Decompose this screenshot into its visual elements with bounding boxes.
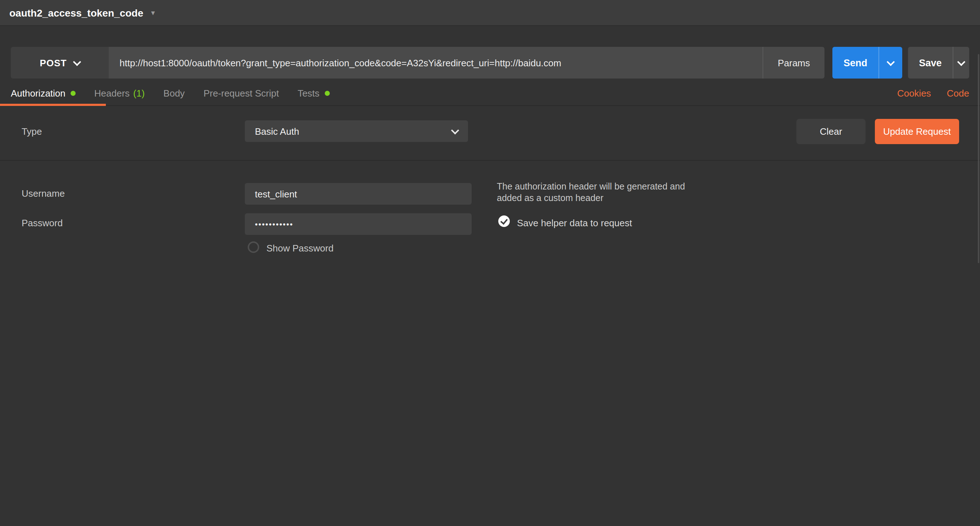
show-password-toggle[interactable] [248,241,259,253]
tab-label: Body [164,88,185,98]
save-button-group: Save [908,47,969,78]
params-button[interactable]: Params [762,47,824,78]
tab-authorization[interactable]: Authorization [0,81,85,105]
chevron-down-icon [451,126,460,134]
save-helper-label: Save helper data to request [517,218,632,228]
send-button[interactable]: Send [832,47,878,78]
auth-type-value: Basic Auth [255,126,299,137]
url-value: http://host1:8000/oauth/token?grant_type… [119,57,561,68]
tab-tests[interactable]: Tests [288,81,339,105]
password-input[interactable]: ••••••••••• [245,213,472,235]
note-line: added as a custom header [497,192,685,204]
auth-helper-note: The authorization header will be generat… [497,181,685,204]
save-button[interactable]: Save [908,47,953,78]
chevron-down-icon [73,57,81,66]
password-label: Password [22,218,63,228]
clear-button[interactable]: Clear [796,119,865,144]
tab-body[interactable]: Body [154,81,194,105]
username-value: test_client [255,188,297,199]
green-dot-icon [70,91,76,96]
tab-label: Pre-request Script [204,88,279,98]
tab-dropdown-caret-icon[interactable]: ▼ [150,9,156,16]
save-options-button[interactable] [953,47,969,78]
postman-window: oauth2_access_token_code ▼ POST http://h… [0,0,980,263]
method-label: POST [40,57,67,68]
tab-headers[interactable]: Headers (1) [85,81,154,105]
active-tab-underline [0,104,106,106]
scrollbar[interactable] [978,54,979,263]
tab-label: Headers [94,88,130,98]
tab-label: Tests [298,88,320,98]
username-label: Username [22,188,65,199]
url-group: POST http://host1:8000/oauth/token?grant… [11,47,824,78]
update-request-button[interactable]: Update Request [875,119,959,144]
auth-type-dropdown[interactable]: Basic Auth [245,120,468,142]
request-tab-title[interactable]: oauth2_access_token_code [10,7,143,18]
request-builder-row: POST http://host1:8000/oauth/token?grant… [11,47,969,78]
corner-links: Cookies Code [897,88,969,98]
request-tabs: Authorization Headers (1) Body Pre-reque… [0,81,980,106]
url-input[interactable]: http://host1:8000/oauth/token?grant_type… [109,47,762,78]
request-tab-bar: oauth2_access_token_code ▼ [0,0,980,26]
note-line: The authorization header will be generat… [497,181,685,192]
green-dot-icon [325,91,329,96]
auth-type-label: Type [22,126,42,137]
divider [0,160,980,161]
show-password-label: Show Password [266,243,333,253]
save-helper-checkbox[interactable] [498,215,510,227]
method-dropdown[interactable]: POST [11,47,109,78]
chevron-down-icon [957,57,966,66]
tab-label: Authorization [11,88,65,98]
username-input[interactable]: test_client [245,183,472,205]
tab-count: (1) [133,88,145,98]
cookies-link[interactable]: Cookies [897,88,931,98]
chevron-down-icon [887,57,895,66]
password-value: ••••••••••• [255,220,293,228]
code-link[interactable]: Code [947,88,969,98]
tab-pre-request-script[interactable]: Pre-request Script [194,81,288,105]
send-options-button[interactable] [878,47,902,78]
send-button-group: Send [832,47,902,78]
